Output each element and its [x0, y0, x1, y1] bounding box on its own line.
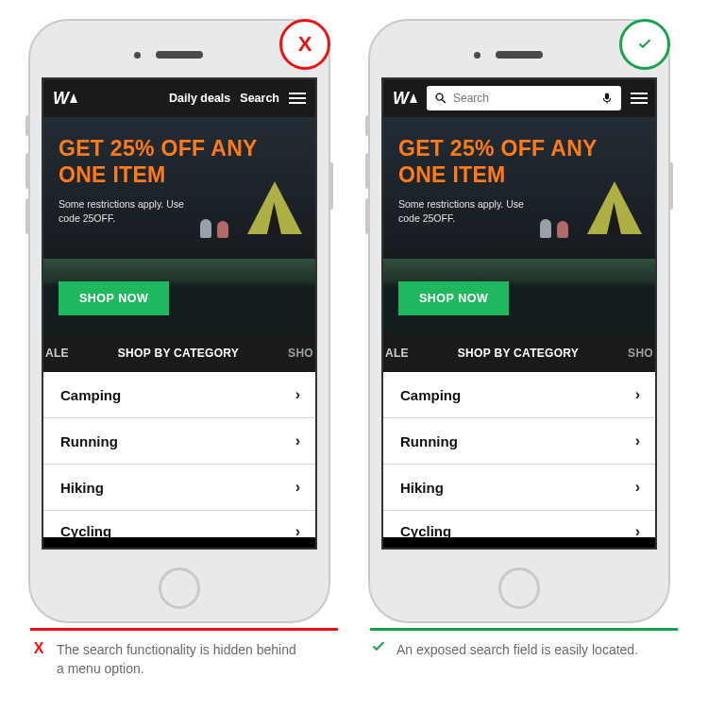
search-input[interactable] — [427, 86, 621, 110]
underline-good — [370, 628, 678, 631]
screen-good: W GET 25% OFF ANY ONE ITEM Some restrict… — [381, 77, 657, 550]
shop-now-button[interactable]: SHOP NOW — [59, 281, 169, 315]
list-item-label: Camping — [60, 387, 121, 403]
underline-bad — [30, 628, 338, 631]
screen-bad: W Daily deals Search GET 25% OFF ANY ONE… — [42, 77, 317, 550]
list-item[interactable]: Cycling› — [43, 511, 315, 537]
search-field[interactable] — [453, 92, 595, 105]
chevron-right-icon: › — [295, 432, 300, 449]
chevron-right-icon: › — [295, 523, 300, 538]
check-icon — [638, 38, 651, 51]
list-item[interactable]: Camping› — [43, 372, 315, 418]
chevron-right-icon: › — [635, 432, 640, 449]
campers-graphic — [200, 212, 247, 238]
caption-bad: X The search functionality is hidden beh… — [28, 640, 340, 679]
chevron-right-icon: › — [635, 479, 640, 496]
hero-headline: GET 25% OFF ANY ONE ITEM — [398, 136, 640, 188]
tab-center[interactable]: SHOP BY CATEGORY — [118, 347, 239, 360]
tent-graphic — [587, 181, 642, 234]
svg-point-0 — [436, 93, 443, 100]
shop-now-button[interactable]: SHOP NOW — [398, 281, 509, 315]
hamburger-icon[interactable] — [289, 93, 306, 104]
phone-mock-good: W GET 25% OFF ANY ONE ITEM Some restrict… — [368, 19, 670, 623]
hero-banner: GET 25% OFF ANY ONE ITEM Some restrictio… — [383, 117, 655, 334]
caption-text: The search functionality is hidden behin… — [57, 640, 302, 679]
tab-right-partial[interactable]: SHO — [288, 347, 313, 360]
list-item[interactable]: Running› — [43, 418, 315, 465]
nav-daily-deals[interactable]: Daily deals — [169, 92, 230, 105]
tent-graphic — [247, 181, 302, 234]
chevron-right-icon: › — [295, 479, 300, 496]
check-icon — [370, 640, 387, 659]
chevron-right-icon: › — [635, 386, 640, 403]
x-icon: X — [298, 32, 312, 57]
x-icon: X — [30, 640, 47, 679]
list-item-label: Cycling — [400, 523, 451, 537]
list-item-label: Cycling — [60, 523, 111, 537]
caption-good: An exposed search field is easily locate… — [368, 640, 680, 659]
hero-banner: GET 25% OFF ANY ONE ITEM Some restrictio… — [43, 117, 315, 334]
list-item-label: Running — [60, 433, 118, 449]
tab-center[interactable]: SHOP BY CATEGORY — [458, 347, 579, 360]
category-list: Camping› Running› Hiking› Cycling› — [383, 372, 655, 537]
hero-subtext: Some restrictions apply. Use code 25OFF. — [59, 197, 200, 226]
chevron-right-icon: › — [295, 386, 300, 403]
category-tabs[interactable]: ALE SHOP BY CATEGORY SHO — [43, 334, 315, 372]
tree-icon — [410, 93, 417, 103]
nav-search[interactable]: Search — [240, 92, 279, 105]
tab-right-partial[interactable]: SHO — [628, 347, 653, 360]
search-icon — [434, 92, 447, 105]
hero-headline: GET 25% OFF ANY ONE ITEM — [59, 136, 300, 188]
list-item-label: Hiking — [60, 480, 104, 496]
tab-left-partial[interactable]: ALE — [45, 347, 69, 360]
category-tabs[interactable]: ALE SHOP BY CATEGORY SHO — [383, 334, 655, 372]
topbar: W — [383, 79, 655, 117]
badge-good — [619, 19, 670, 70]
list-item[interactable]: Hiking› — [43, 465, 315, 511]
hamburger-icon[interactable] — [631, 93, 648, 104]
caption-text: An exposed search field is easily locate… — [396, 640, 638, 659]
list-item-label: Camping — [400, 387, 461, 403]
list-item[interactable]: Running› — [383, 418, 655, 465]
hero-subtext: Some restrictions apply. Use code 25OFF. — [398, 197, 540, 226]
logo[interactable]: W — [53, 89, 77, 109]
list-item[interactable]: Hiking› — [383, 465, 655, 511]
tree-icon — [70, 93, 77, 103]
tab-left-partial[interactable]: ALE — [385, 347, 409, 360]
badge-bad: X — [279, 19, 330, 70]
list-item[interactable]: Camping› — [383, 372, 655, 418]
home-button[interactable] — [159, 567, 200, 609]
mic-icon[interactable] — [600, 92, 614, 105]
logo[interactable]: W — [393, 89, 417, 109]
svg-line-1 — [442, 99, 446, 103]
phone-mock-bad: X W Daily deals Search GET 25% OFF ANY O… — [28, 19, 330, 623]
chevron-right-icon: › — [635, 523, 640, 538]
topbar: W Daily deals Search — [43, 79, 315, 117]
list-item[interactable]: Cycling› — [383, 511, 655, 537]
list-item-label: Running — [400, 433, 458, 449]
home-button[interactable] — [498, 567, 540, 609]
category-list: Camping› Running› Hiking› Cycling› — [43, 372, 315, 537]
list-item-label: Hiking — [400, 480, 444, 496]
svg-rect-2 — [605, 93, 609, 99]
campers-graphic — [540, 212, 587, 238]
